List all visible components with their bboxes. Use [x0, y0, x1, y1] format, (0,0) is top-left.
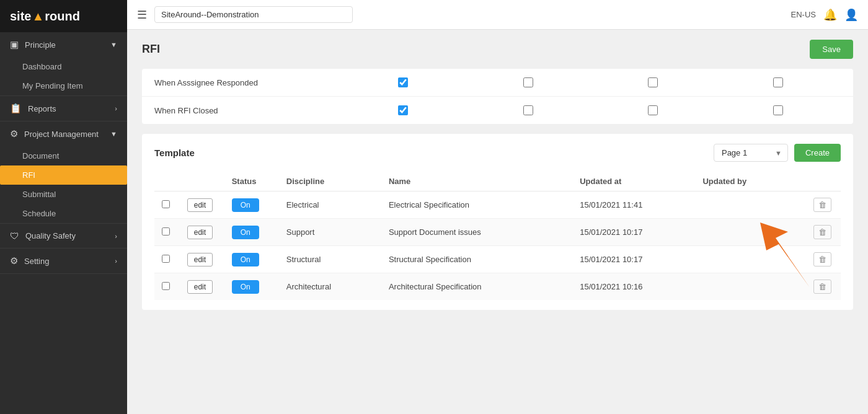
- sidebar-item-dashboard[interactable]: Dashboard: [0, 57, 127, 76]
- col-header-updated-at: Updated at: [572, 172, 695, 192]
- row-updated-at-4: 15/01/2021 10:16: [572, 273, 695, 301]
- notification-checkboxes-rfi-closed: [340, 105, 841, 115]
- save-button[interactable]: Save: [810, 40, 853, 59]
- setting-icon: ⚙: [10, 255, 18, 266]
- row-discipline-1: Electrical: [279, 192, 381, 219]
- row-name-4: Architectural Specification: [381, 273, 572, 301]
- edit-button-2[interactable]: edit: [187, 226, 213, 239]
- row-status-3: On: [224, 246, 279, 273]
- row-delete-4: 🗑: [805, 273, 841, 301]
- logo-text: site▲round: [10, 9, 80, 24]
- row-edit-2: edit: [180, 219, 224, 246]
- chevron-right-icon-qs: ›: [115, 232, 117, 240]
- row-updated-at-1: 15/01/2021 11:41: [572, 192, 695, 219]
- delete-button-4[interactable]: 🗑: [813, 280, 831, 294]
- sidebar-item-principle[interactable]: ▣ Principle ▼: [0, 32, 127, 57]
- template-table-container: Status Discipline Name Updated at Update…: [154, 172, 841, 300]
- table-header: Status Discipline Name Updated at Update…: [154, 172, 841, 192]
- template-controls: Page 1 Page 2 ▼ Create: [714, 144, 841, 162]
- row-name-1: Electrical Specification: [381, 192, 572, 219]
- sidebar-item-rfi[interactable]: RFI: [0, 165, 127, 185]
- row-updated-at-3: 15/01/2021 10:17: [572, 246, 695, 273]
- chevron-down-icon-pm: ▼: [110, 130, 117, 138]
- edit-button-4[interactable]: edit: [187, 280, 213, 294]
- status-on-button-1[interactable]: On: [232, 198, 259, 212]
- logo-round: round: [45, 9, 80, 23]
- notification-bell-icon[interactable]: 🔔: [823, 8, 837, 22]
- col-header-edit: [180, 172, 224, 192]
- status-on-button-4[interactable]: On: [232, 280, 259, 294]
- delete-button-2[interactable]: 🗑: [813, 225, 831, 239]
- row-cb-2[interactable]: [162, 227, 170, 236]
- notif-cb-assignee-2[interactable]: [523, 77, 533, 87]
- project-management-icon: ⚙: [10, 128, 18, 139]
- delete-button-1[interactable]: 🗑: [813, 198, 831, 212]
- notif-cb-rfi-4[interactable]: [773, 105, 783, 115]
- reports-icon: 📋: [10, 103, 22, 114]
- hamburger-menu-icon[interactable]: ☰: [137, 8, 147, 22]
- sidebar-item-reports[interactable]: 📋 Reports ›: [0, 96, 127, 121]
- row-name-3: Structural Specification: [381, 246, 572, 273]
- content-area: RFI Save When Asssignee Responded When R…: [127, 30, 868, 414]
- page-select[interactable]: Page 1 Page 2: [714, 144, 788, 162]
- table-row: edit On Support Support Document issues …: [154, 219, 841, 246]
- notification-label-assignee: When Asssignee Responded: [154, 78, 340, 87]
- project-selector[interactable]: SiteAround--Demonstration: [154, 6, 353, 23]
- notif-cb-assignee-3[interactable]: [648, 77, 658, 87]
- sidebar-item-document[interactable]: Document: [0, 146, 127, 165]
- row-cb-3[interactable]: [162, 255, 170, 263]
- row-delete-1: 🗑: [805, 192, 841, 219]
- status-on-button-2[interactable]: On: [232, 226, 259, 239]
- sidebar-item-schedule[interactable]: Schedule: [0, 204, 127, 223]
- notif-cb-rfi-2[interactable]: [523, 105, 533, 115]
- logo-site: site: [10, 9, 31, 23]
- sidebar-item-principle-label: Principle: [25, 40, 56, 50]
- col-header-checkbox: [154, 172, 180, 192]
- edit-button-1[interactable]: edit: [187, 198, 213, 212]
- page-header: RFI Save: [142, 40, 853, 59]
- sidebar-item-quality-safety[interactable]: 🛡 Quality Safety ›: [0, 224, 127, 248]
- row-discipline-3: Structural: [279, 246, 381, 273]
- topbar-right: EN-US 🔔 👤: [791, 8, 858, 22]
- row-updated-by-1: [695, 192, 804, 219]
- notif-cb-rfi-1[interactable]: [398, 105, 408, 115]
- row-discipline-4: Architectural: [279, 273, 381, 301]
- col-header-name: Name: [381, 172, 572, 192]
- template-section-title: Template: [154, 148, 195, 158]
- sidebar-item-project-management[interactable]: ⚙ Project Management ▼: [0, 121, 127, 146]
- create-button[interactable]: Create: [794, 144, 841, 162]
- col-header-updated-by: Updated by: [695, 172, 804, 192]
- col-header-delete: [805, 172, 841, 192]
- row-cb-4[interactable]: [162, 282, 170, 290]
- notif-cb-rfi-3[interactable]: [648, 105, 658, 115]
- row-checkbox-1: [154, 192, 180, 219]
- row-cb-1[interactable]: [162, 200, 170, 208]
- table-row: edit On Architectural Architectural Spec…: [154, 273, 841, 301]
- sidebar-item-my-pending-item[interactable]: My Pending Item: [0, 76, 127, 95]
- nav-group-reports: 📋 Reports ›: [0, 96, 127, 121]
- principle-icon: ▣: [10, 39, 19, 50]
- sidebar-item-pm-label: Project Management: [24, 130, 99, 139]
- logo-arrow-icon: ▲: [32, 9, 44, 23]
- status-on-button-3[interactable]: On: [232, 253, 259, 266]
- quality-safety-icon: 🛡: [10, 231, 19, 241]
- sidebar: site▲round ▣ Principle ▼ Dashboard My Pe…: [0, 0, 127, 414]
- row-updated-by-2: [695, 219, 804, 246]
- notification-row-assignee: When Asssignee Responded: [142, 69, 853, 97]
- sidebar-item-submittal[interactable]: Submittal: [0, 185, 127, 204]
- nav-group-setting: ⚙ Setting ›: [0, 249, 127, 274]
- locale-label: EN-US: [791, 10, 816, 19]
- edit-button-3[interactable]: edit: [187, 253, 213, 266]
- logo: site▲round: [0, 0, 127, 32]
- user-profile-icon[interactable]: 👤: [844, 8, 858, 22]
- row-delete-3: 🗑: [805, 246, 841, 273]
- template-section: Template Page 1 Page 2 ▼ Create: [142, 134, 853, 310]
- notif-cb-assignee-4[interactable]: [773, 77, 783, 87]
- chevron-down-icon: ▼: [110, 41, 117, 48]
- notif-cb-assignee-1[interactable]: [398, 77, 408, 87]
- template-table: Status Discipline Name Updated at Update…: [154, 172, 841, 300]
- notification-section: When Asssignee Responded When RFI Closed: [142, 69, 853, 124]
- sidebar-item-setting[interactable]: ⚙ Setting ›: [0, 249, 127, 273]
- delete-button-3[interactable]: 🗑: [813, 252, 831, 266]
- sidebar-navigation: ▣ Principle ▼ Dashboard My Pending Item …: [0, 32, 127, 414]
